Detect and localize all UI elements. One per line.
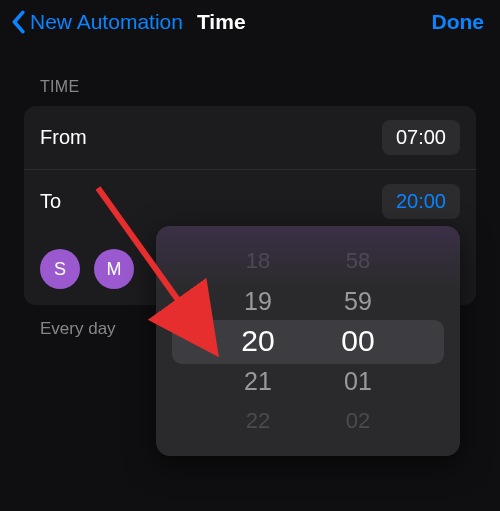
wheel-item: 02 [318,401,398,441]
wheel-item: 58 [318,241,398,281]
wheel-item: 01 [318,361,398,401]
to-value[interactable]: 20:00 [382,184,460,219]
wheel-item: 19 [218,281,298,321]
from-row[interactable]: From 07:00 [24,106,476,169]
wheel-item-selected: 20 [218,321,298,361]
section-header: TIME [0,42,500,106]
nav-bar: New Automation Time Done [0,0,500,42]
chevron-left-icon [10,10,26,34]
from-value[interactable]: 07:00 [382,120,460,155]
back-label: New Automation [30,10,183,34]
page-title: Time [197,10,246,34]
wheel-item: 21 [218,361,298,401]
hour-wheel[interactable]: 18 19 20 21 22 [218,241,298,441]
time-picker[interactable]: 18 19 20 21 22 58 59 00 01 02 [156,226,460,456]
back-button[interactable]: New Automation [10,10,183,34]
wheel-item: 59 [318,281,398,321]
to-row[interactable]: To 20:00 [24,169,476,233]
minute-wheel[interactable]: 58 59 00 01 02 [318,241,398,441]
to-label: To [40,190,382,213]
wheel-item: 22 [218,401,298,441]
from-label: From [40,126,382,149]
day-monday[interactable]: M [94,249,134,289]
done-button[interactable]: Done [432,10,485,34]
wheel-item-selected: 00 [318,321,398,361]
day-sunday[interactable]: S [40,249,80,289]
wheel-item: 18 [218,241,298,281]
